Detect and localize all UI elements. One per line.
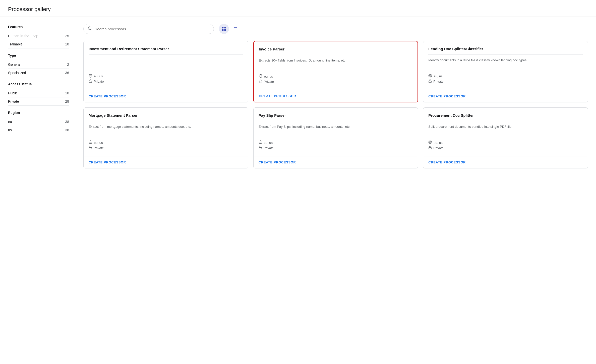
sidebar-item-label: eu — [8, 120, 12, 124]
card-title-invoice: Invoice Parser — [259, 46, 413, 52]
sidebar-item-label: Human-in-the-Loop — [8, 34, 38, 38]
card-region-payslip: eu, us — [259, 140, 413, 145]
card-region-invoice: eu, us — [259, 74, 413, 79]
access-label-mortgage: Private — [94, 146, 104, 150]
grid-view-button[interactable] — [219, 24, 229, 34]
card-body-procurement: Procurement Doc Splitter Split procureme… — [423, 108, 588, 156]
lock-icon-investment — [89, 79, 92, 84]
card-region-mortgage: eu, us — [89, 140, 243, 145]
globe-icon-procurement — [428, 140, 432, 145]
card-investment: Investment and Retirement Statement Pars… — [83, 41, 248, 102]
sidebar-item-region-0[interactable]: eu 38 — [8, 118, 69, 126]
sidebar-item-label: Private — [8, 99, 19, 103]
sidebar-section-title-features: Features — [8, 25, 69, 29]
content-area: Investment and Retirement Statement Pars… — [75, 17, 596, 175]
card-meta-invoice: eu, us Private — [259, 74, 413, 84]
search-input[interactable] — [95, 27, 210, 31]
region-label-lending: eu, us — [434, 74, 442, 78]
card-title-payslip: Pay Slip Parser — [259, 113, 413, 118]
sidebar-section-title-access_status: Access status — [8, 82, 69, 86]
svg-rect-4 — [222, 29, 224, 31]
region-label-mortgage: eu, us — [94, 141, 103, 145]
sidebar-item-label: us — [8, 128, 12, 132]
card-divider-invoice — [259, 55, 413, 55]
card-footer-invoice: CREATE PROCESSOR — [254, 90, 418, 102]
sidebar-item-count: 2 — [67, 63, 69, 67]
create-processor-button-mortgage[interactable]: CREATE PROCESSOR — [89, 159, 126, 165]
card-body-invoice: Invoice Parser Extracts 30+ fields from … — [254, 41, 418, 90]
card-footer-mortgage: CREATE PROCESSOR — [84, 156, 248, 168]
svg-rect-17 — [259, 81, 262, 83]
card-body-lending: Lending Doc Splitter/Classifier Identify… — [423, 41, 588, 90]
list-view-button[interactable] — [230, 24, 240, 34]
create-processor-button-procurement[interactable]: CREATE PROCESSOR — [428, 159, 466, 165]
card-divider-investment — [89, 54, 243, 55]
create-processor-button-investment[interactable]: CREATE PROCESSOR — [89, 93, 126, 99]
region-label-investment: eu, us — [94, 74, 103, 78]
sidebar-item-access_status-0[interactable]: Public 10 — [8, 89, 69, 97]
sidebar-item-access_status-1[interactable]: Private 28 — [8, 97, 69, 106]
card-description-lending: Identify documents in a large file & cla… — [428, 58, 583, 70]
create-processor-button-payslip[interactable]: CREATE PROCESSOR — [259, 159, 296, 165]
sidebar-item-type-1[interactable]: Specialized 36 — [8, 69, 69, 77]
sidebar-item-type-0[interactable]: General 2 — [8, 60, 69, 69]
card-mortgage: Mortgage Statement Parser Extract from m… — [83, 107, 248, 168]
globe-icon-mortgage — [89, 140, 92, 145]
region-label-procurement: eu, us — [434, 141, 442, 145]
cards-grid: Investment and Retirement Statement Pars… — [83, 41, 588, 168]
card-body-payslip: Pay Slip Parser Extract from Pay Slips, … — [254, 108, 418, 156]
globe-icon-lending — [428, 74, 432, 78]
card-access-invoice: Private — [259, 80, 413, 84]
card-access-mortgage: Private — [89, 146, 243, 150]
access-label-procurement: Private — [433, 146, 443, 150]
card-payslip: Pay Slip Parser Extract from Pay Slips, … — [253, 107, 418, 168]
card-region-procurement: eu, us — [428, 140, 583, 145]
access-label-payslip: Private — [264, 146, 274, 150]
sidebar: Features Human-in-the-Loop 25 Trainable … — [0, 17, 75, 175]
lock-icon-mortgage — [89, 146, 92, 150]
card-divider-payslip — [259, 121, 413, 121]
card-invoice: Invoice Parser Extracts 30+ fields from … — [253, 41, 418, 102]
card-access-payslip: Private — [259, 146, 413, 150]
svg-rect-26 — [259, 147, 262, 149]
card-description-payslip: Extract from Pay Slips, including name, … — [259, 124, 413, 136]
card-footer-procurement: CREATE PROCESSOR — [423, 156, 588, 168]
globe-icon-payslip — [259, 140, 262, 145]
sidebar-item-count: 28 — [65, 99, 69, 103]
sidebar-item-features-1[interactable]: Trainable 10 — [8, 40, 69, 48]
lock-icon-payslip — [259, 146, 262, 150]
search-box — [83, 24, 214, 34]
svg-rect-20 — [429, 81, 432, 82]
svg-rect-29 — [429, 147, 432, 149]
card-description-mortgage: Extract from mortgage statements, includ… — [89, 124, 243, 136]
create-processor-button-invoice[interactable]: CREATE PROCESSOR — [259, 93, 296, 99]
card-description-investment — [89, 58, 243, 70]
sidebar-item-label: Public — [8, 91, 18, 95]
sidebar-item-count: 36 — [65, 71, 69, 75]
search-row — [83, 24, 588, 34]
sidebar-item-label: Trainable — [8, 42, 23, 46]
card-access-investment: Private — [89, 79, 243, 84]
sidebar-item-region-1[interactable]: us 38 — [8, 126, 69, 134]
card-body-mortgage: Mortgage Statement Parser Extract from m… — [84, 108, 248, 156]
svg-line-1 — [91, 29, 91, 30]
card-procurement: Procurement Doc Splitter Split procureme… — [423, 107, 588, 168]
card-meta-payslip: eu, us Private — [259, 140, 413, 150]
sidebar-item-count: 10 — [65, 91, 69, 95]
region-label-payslip: eu, us — [264, 141, 273, 145]
sidebar-item-features-0[interactable]: Human-in-the-Loop 25 — [8, 32, 69, 40]
create-processor-button-lending[interactable]: CREATE PROCESSOR — [428, 93, 466, 99]
card-region-lending: eu, us — [428, 74, 583, 78]
card-access-procurement: Private — [428, 146, 583, 150]
card-title-lending: Lending Doc Splitter/Classifier — [428, 46, 583, 51]
search-icon — [88, 26, 92, 32]
card-footer-lending: CREATE PROCESSOR — [423, 90, 588, 102]
sidebar-item-label: General — [8, 63, 21, 67]
card-access-lending: Private — [428, 79, 583, 84]
svg-rect-14 — [89, 81, 92, 82]
sidebar-item-count: 38 — [65, 120, 69, 124]
card-lending: Lending Doc Splitter/Classifier Identify… — [423, 41, 588, 102]
card-footer-payslip: CREATE PROCESSOR — [254, 156, 418, 168]
card-meta-procurement: eu, us Private — [428, 140, 583, 150]
card-description-procurement: Split procurement documents bundled into… — [428, 124, 583, 136]
